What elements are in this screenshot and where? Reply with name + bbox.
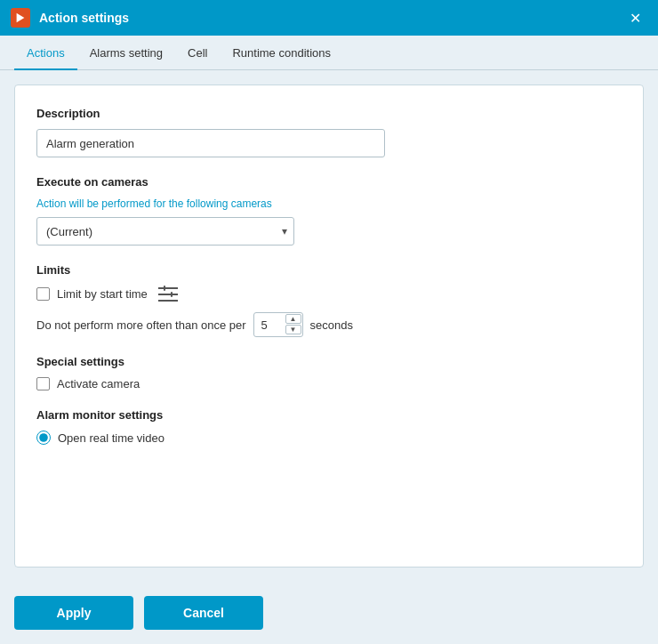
special-settings-label: Special settings (36, 355, 622, 368)
description-label: Description (36, 107, 622, 120)
limit-start-checkbox[interactable] (36, 287, 50, 301)
execute-helper: Action will be performed for the followi… (36, 197, 622, 210)
tab-actions[interactable]: Actions (14, 36, 77, 70)
description-section: Description (36, 107, 622, 157)
open-real-time-row: Open real time video (36, 431, 622, 445)
camera-select-wrapper: (Current) ▾ (36, 217, 294, 246)
tab-runtime[interactable]: Runtime conditions (220, 36, 343, 70)
open-real-time-label: Open real time video (58, 431, 164, 445)
limit-start-row: Limit by start time (36, 286, 622, 302)
cancel-button[interactable]: Cancel (144, 596, 263, 630)
tab-cell[interactable]: Cell (175, 36, 220, 70)
svg-rect-4 (164, 286, 165, 291)
frequency-spinner: ▲ ▼ (253, 312, 303, 337)
svg-rect-3 (158, 300, 178, 302)
content-area: Description Execute on cameras Action wi… (0, 70, 658, 582)
tab-bar: Actions Alarms setting Cell Runtime cond… (0, 36, 658, 70)
window-title: Action settings (39, 11, 622, 25)
spinner-buttons: ▲ ▼ (285, 314, 301, 334)
limits-label: Limits (36, 263, 622, 277)
open-real-time-radio[interactable] (36, 431, 51, 445)
sliders-icon (158, 286, 178, 302)
limits-section: Limits Limit by start time (36, 263, 622, 337)
execute-label: Execute on cameras (36, 175, 622, 189)
do-not-perform-row: Do not perform more often than once per … (36, 312, 622, 337)
svg-marker-0 (17, 13, 25, 23)
do-not-perform-label: Do not perform more often than once per (36, 318, 246, 332)
spinner-up-button[interactable]: ▲ (285, 314, 301, 324)
limit-start-label: Limit by start time (57, 287, 148, 301)
apply-button[interactable]: Apply (14, 596, 133, 630)
tab-alarms[interactable]: Alarms setting (77, 36, 175, 70)
activate-camera-checkbox[interactable] (36, 377, 50, 390)
special-settings-section: Special settings Activate camera (36, 355, 622, 390)
svg-rect-1 (158, 287, 178, 289)
alarm-monitor-section: Alarm monitor settings Open real time vi… (36, 408, 622, 445)
panel-scroll[interactable]: Description Execute on cameras Action wi… (15, 85, 643, 567)
camera-select[interactable]: (Current) (36, 217, 294, 246)
app-icon (11, 8, 30, 28)
execute-section: Execute on cameras Action will be perfor… (36, 175, 622, 246)
svg-rect-2 (158, 294, 178, 295)
window: Action settings ✕ Actions Alarms setting… (0, 0, 658, 644)
spinner-down-button[interactable]: ▼ (285, 325, 301, 334)
close-button[interactable]: ✕ (622, 5, 647, 30)
title-bar: Action settings ✕ (0, 0, 658, 36)
frequency-unit: seconds (310, 318, 353, 332)
alarm-monitor-label: Alarm monitor settings (36, 408, 622, 422)
svg-rect-5 (171, 292, 173, 297)
settings-panel: Description Execute on cameras Action wi… (14, 85, 644, 568)
footer: Apply Cancel (0, 582, 658, 644)
activate-camera-row: Activate camera (36, 377, 622, 390)
activate-camera-label: Activate camera (57, 377, 140, 390)
description-input[interactable] (36, 129, 385, 157)
